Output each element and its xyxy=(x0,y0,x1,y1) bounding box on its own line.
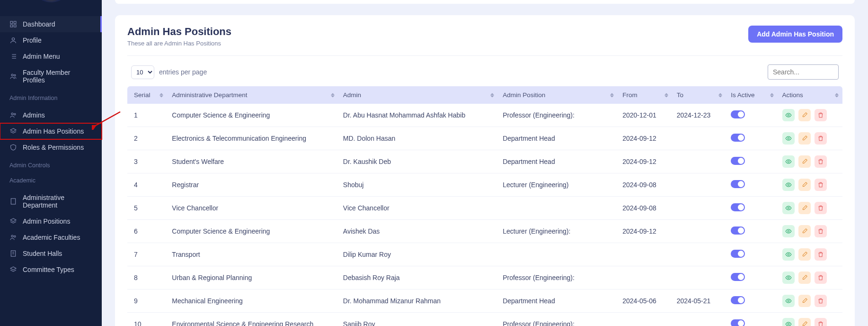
sidebar-item-admin-positions[interactable]: Admin Positions xyxy=(0,213,102,229)
delete-button[interactable] xyxy=(815,155,827,168)
delete-button[interactable] xyxy=(815,272,827,284)
cell-from xyxy=(618,266,672,290)
cell-admin: MD. Dolon Hasan xyxy=(338,127,498,150)
svg-point-12 xyxy=(14,74,16,76)
sidebar-item-profile[interactable]: Profile xyxy=(0,32,102,48)
view-button[interactable] xyxy=(782,155,795,168)
view-button[interactable] xyxy=(782,248,795,261)
view-button[interactable] xyxy=(782,318,795,326)
app-logo xyxy=(39,0,63,2)
active-toggle[interactable] xyxy=(731,250,745,258)
delete-button[interactable] xyxy=(815,109,827,121)
cell-to xyxy=(672,266,726,290)
sidebar-item-faculty-profiles[interactable]: Faculty Member Profiles xyxy=(0,64,102,88)
table-row: 4 Registrar Shobuj Lecturer (Engineering… xyxy=(127,173,842,197)
cell-from xyxy=(618,313,672,326)
cell-actions xyxy=(778,127,842,150)
sidebar-item-label: Faculty Member Profiles xyxy=(23,69,92,84)
sidebar-item-roles-permissions[interactable]: Roles & Permissions xyxy=(0,139,102,155)
active-toggle[interactable] xyxy=(731,203,745,211)
table-row: 10 Environmental Science & Engineering R… xyxy=(127,313,842,326)
active-toggle[interactable] xyxy=(731,134,745,142)
delete-button[interactable] xyxy=(815,248,827,261)
cell-serial: 7 xyxy=(127,243,167,266)
sidebar-item-student-halls[interactable]: Student Halls xyxy=(0,245,102,262)
building-icon xyxy=(9,198,17,205)
delete-button[interactable] xyxy=(815,318,827,326)
cell-active xyxy=(726,127,777,150)
sidebar-item-academic-faculties[interactable]: Academic Faculties xyxy=(0,229,102,245)
edit-button[interactable] xyxy=(798,109,811,121)
cell-position: Professor (Engineering): xyxy=(498,313,618,326)
delete-button[interactable] xyxy=(815,295,827,307)
sidebar-item-admin-has-positions[interactable]: Admin Has Positions xyxy=(0,123,102,139)
edit-button[interactable] xyxy=(798,155,811,168)
sidebar-item-admin-menu[interactable]: Admin Menu xyxy=(0,48,102,64)
cell-from xyxy=(618,243,672,266)
edit-button[interactable] xyxy=(798,225,811,237)
col-serial[interactable]: Serial xyxy=(127,86,167,104)
delete-button[interactable] xyxy=(815,179,827,191)
layers-icon xyxy=(9,217,17,225)
active-toggle[interactable] xyxy=(731,110,745,118)
col-actions[interactable]: Actions xyxy=(778,86,842,104)
users-icon xyxy=(9,111,17,119)
svg-point-14 xyxy=(14,113,16,115)
sidebar-item-label: Administrative Department xyxy=(23,194,92,209)
svg-point-13 xyxy=(11,113,13,115)
active-toggle[interactable] xyxy=(731,319,745,326)
cell-serial: 6 xyxy=(127,220,167,243)
sidebar-item-dashboard[interactable]: Dashboard xyxy=(0,16,102,32)
svg-point-31 xyxy=(788,161,789,163)
cell-serial: 1 xyxy=(127,104,167,127)
edit-button[interactable] xyxy=(798,248,811,261)
svg-point-4 xyxy=(12,38,14,40)
cell-to xyxy=(672,197,726,220)
view-button[interactable] xyxy=(782,179,795,191)
view-button[interactable] xyxy=(782,225,795,237)
edit-button[interactable] xyxy=(798,179,811,191)
cell-serial: 2 xyxy=(127,127,167,150)
sidebar-item-admin-department[interactable]: Administrative Department xyxy=(0,190,102,213)
col-position[interactable]: Admin Position xyxy=(498,86,618,104)
view-button[interactable] xyxy=(782,272,795,284)
active-toggle[interactable] xyxy=(731,180,745,188)
view-button[interactable] xyxy=(782,295,795,307)
table-row: 5 Vice Chancellor Vice Chancellor 2024-0… xyxy=(127,197,842,220)
col-active[interactable]: Is Active xyxy=(726,86,777,104)
entries-select[interactable]: 10 xyxy=(131,65,154,79)
search-input[interactable] xyxy=(768,64,839,80)
cell-admin: Dr. Mohammad Mizanur Rahman xyxy=(338,290,498,313)
delete-button[interactable] xyxy=(815,202,827,214)
delete-button[interactable] xyxy=(815,225,827,237)
view-button[interactable] xyxy=(782,202,795,214)
cell-active xyxy=(726,150,777,173)
cell-actions xyxy=(778,197,842,220)
col-admin[interactable]: Admin xyxy=(338,86,498,104)
sidebar-item-committee-types[interactable]: Committee Types xyxy=(0,262,102,278)
add-admin-has-position-button[interactable]: Add Admin Has Position xyxy=(748,26,842,43)
view-button[interactable] xyxy=(782,109,795,121)
col-to[interactable]: To xyxy=(672,86,726,104)
cell-serial: 9 xyxy=(127,290,167,313)
active-toggle[interactable] xyxy=(731,273,745,281)
cell-admin: Vice Chancellor xyxy=(338,197,498,220)
cell-actions xyxy=(778,243,842,266)
active-toggle[interactable] xyxy=(731,157,745,165)
edit-button[interactable] xyxy=(798,202,811,214)
svg-marker-15 xyxy=(10,128,16,132)
view-button[interactable] xyxy=(782,132,795,145)
sidebar-item-admins[interactable]: Admins xyxy=(0,107,102,123)
edit-button[interactable] xyxy=(798,295,811,307)
cell-dept: Computer Science & Engineering xyxy=(167,220,338,243)
active-toggle[interactable] xyxy=(731,296,745,304)
col-dept[interactable]: Administrative Department xyxy=(167,86,338,104)
edit-button[interactable] xyxy=(798,272,811,284)
edit-button[interactable] xyxy=(798,318,811,326)
col-from[interactable]: From xyxy=(618,86,672,104)
sidebar-item-label: Academic Faculties xyxy=(23,234,80,241)
delete-button[interactable] xyxy=(815,132,827,145)
edit-button[interactable] xyxy=(798,132,811,145)
cell-admin: Avishek Das xyxy=(338,220,498,243)
active-toggle[interactable] xyxy=(731,226,745,235)
